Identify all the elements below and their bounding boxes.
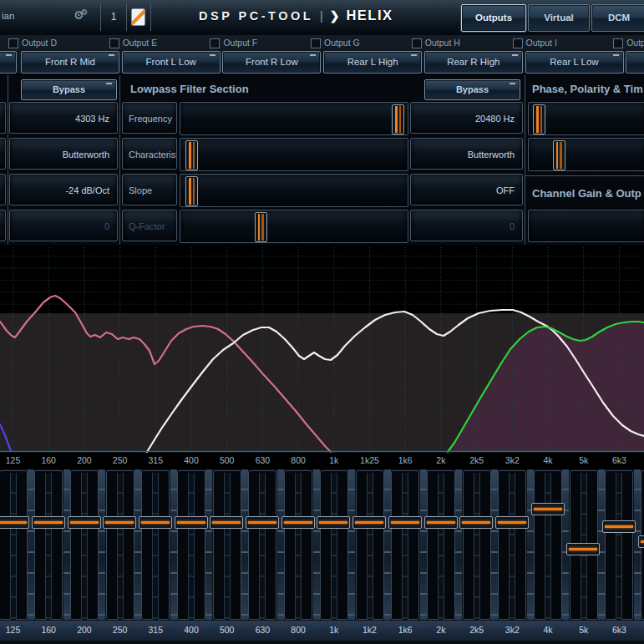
eq-fader-handle[interactable] xyxy=(139,516,172,529)
minimize-icon[interactable] xyxy=(109,54,114,56)
filter-right-value[interactable]: Butterworth xyxy=(410,138,523,170)
phase-slider-track[interactable] xyxy=(528,138,644,171)
eq-fader-track[interactable] xyxy=(391,470,419,620)
minimize-icon[interactable] xyxy=(106,83,112,84)
edit-note-button[interactable] xyxy=(126,3,151,31)
partial-value-box xyxy=(0,102,6,134)
output-checkbox[interactable] xyxy=(412,38,422,48)
eq-fader-handle[interactable] xyxy=(638,535,644,548)
filter-slider-track[interactable] xyxy=(180,210,408,243)
output-checkbox[interactable] xyxy=(210,38,220,48)
filter-slider-track[interactable] xyxy=(180,138,408,171)
filter-slider-handle[interactable] xyxy=(392,104,404,134)
eq-fader-handle[interactable] xyxy=(352,516,386,529)
eq-fader-track[interactable] xyxy=(106,470,134,620)
topbar-button-virtual[interactable]: Virtual xyxy=(528,4,590,32)
output-checkbox[interactable] xyxy=(8,38,18,48)
channel-button[interactable]: Front R Low xyxy=(222,51,321,74)
topbar-button-outputs[interactable]: Outputs xyxy=(461,4,526,32)
minimize-icon[interactable] xyxy=(6,54,12,56)
filter-left-value[interactable]: -24 dB/Oct xyxy=(9,174,118,205)
brand-separator: | xyxy=(320,9,323,23)
eq-fader-handle[interactable] xyxy=(495,516,529,529)
eq-fader-handle[interactable] xyxy=(32,516,65,529)
partial-channel-button[interactable] xyxy=(0,51,17,74)
eq-fader-handle[interactable] xyxy=(246,516,279,529)
minimize-icon[interactable] xyxy=(613,54,619,56)
phase-slider-handle[interactable] xyxy=(553,140,565,170)
eq-fader-handle[interactable] xyxy=(0,516,29,529)
filter-right-value[interactable]: 0 xyxy=(410,210,523,241)
eq-fader-handle[interactable] xyxy=(424,516,458,529)
eq-fader-track[interactable] xyxy=(356,470,384,620)
eq-fader-rail xyxy=(224,473,231,620)
phase-slider-track[interactable] xyxy=(528,102,644,135)
filter-slider-handle[interactable] xyxy=(185,176,198,206)
eq-fader-rail xyxy=(331,473,337,620)
channel-button[interactable]: Front R Mid xyxy=(21,51,119,74)
filter-right-value[interactable]: OFF xyxy=(410,174,523,205)
minimize-icon[interactable] xyxy=(510,83,515,84)
filter-right-value[interactable]: 20480 Hz xyxy=(410,102,523,134)
eq-fader-track[interactable] xyxy=(248,470,276,620)
gain-panel-box[interactable] xyxy=(528,210,644,242)
eq-fader-track[interactable] xyxy=(213,470,241,620)
filter-slider-track[interactable] xyxy=(180,102,408,135)
preset-number-field[interactable]: 1 xyxy=(100,3,127,31)
eq-fader-handle[interactable] xyxy=(281,516,315,529)
settings-gears-icon[interactable]: ⚙⚙ xyxy=(74,8,85,22)
eq-fader-handle[interactable] xyxy=(531,503,565,515)
filter-slider-handle[interactable] xyxy=(255,212,267,242)
eq-fader-handle[interactable] xyxy=(317,516,350,529)
output-checkbox[interactable] xyxy=(613,38,623,48)
output-checkbox[interactable] xyxy=(311,38,321,48)
output-checkbox[interactable] xyxy=(513,38,523,48)
minimize-icon[interactable] xyxy=(210,54,216,56)
eq-fader-track[interactable] xyxy=(320,470,348,620)
channel-button[interactable]: Rear L Low xyxy=(525,51,624,74)
eq-fader-handle[interactable] xyxy=(68,516,101,529)
filter-left-value[interactable]: 4303 Hz xyxy=(9,102,118,134)
graph-axis-label: 3k2 xyxy=(505,455,520,465)
channel-button[interactable] xyxy=(626,51,644,74)
fader-gap xyxy=(63,469,70,620)
eq-fader-track[interactable] xyxy=(605,470,633,620)
eq-fader-track[interactable] xyxy=(284,470,312,620)
graph-axis-label: 6k3 xyxy=(612,455,626,465)
topbar-button-dcm[interactable]: DCM xyxy=(591,4,644,32)
eq-fader-handle[interactable] xyxy=(459,516,493,529)
minimize-icon[interactable] xyxy=(411,54,417,56)
response-curves-svg[interactable] xyxy=(0,245,644,454)
frequency-response-graph[interactable]: 1251602002503154005006308001k1k251k62k2k… xyxy=(0,245,644,469)
filter-left-value[interactable]: 0 xyxy=(9,210,118,241)
filter-slider-handle[interactable] xyxy=(185,140,198,170)
eq-fader-track[interactable] xyxy=(463,470,491,620)
filter-left-value[interactable]: Butterworth xyxy=(9,138,118,170)
output-checkbox[interactable] xyxy=(109,38,119,48)
eq-fader-handle[interactable] xyxy=(210,516,243,529)
phase-slider-handle[interactable] xyxy=(533,104,545,134)
minimize-icon[interactable] xyxy=(310,54,316,56)
bypass-button-right[interactable]: Bypass xyxy=(424,79,520,100)
channel-button[interactable]: Front L Low xyxy=(122,51,221,74)
eq-fader-handle[interactable] xyxy=(388,516,422,529)
eq-fader-track[interactable] xyxy=(534,470,562,620)
filter-slider-track[interactable] xyxy=(180,174,408,207)
eq-fader-track[interactable] xyxy=(498,470,526,620)
eq-fader-handle[interactable] xyxy=(566,543,600,555)
channel-button[interactable]: Rear L High xyxy=(323,51,422,74)
eq-fader-rail xyxy=(188,473,195,620)
eq-fader-track[interactable] xyxy=(141,470,170,620)
eq-fader-track[interactable] xyxy=(34,470,63,620)
eq-fader-handle[interactable] xyxy=(175,516,208,529)
eq-fader-track[interactable] xyxy=(427,470,455,620)
channel-button[interactable]: Rear R High xyxy=(424,51,523,74)
eq-fader-track[interactable] xyxy=(177,470,205,620)
eq-fader-handle[interactable] xyxy=(602,520,636,533)
bypass-button-left[interactable]: Bypass xyxy=(21,79,117,100)
eq-fader-handle[interactable] xyxy=(103,516,136,529)
minimize-icon[interactable] xyxy=(512,54,518,56)
eq-fader-track[interactable] xyxy=(70,470,99,620)
eq-fader-track[interactable] xyxy=(0,470,28,620)
section-title: Lowpass Filter Section xyxy=(130,79,406,99)
